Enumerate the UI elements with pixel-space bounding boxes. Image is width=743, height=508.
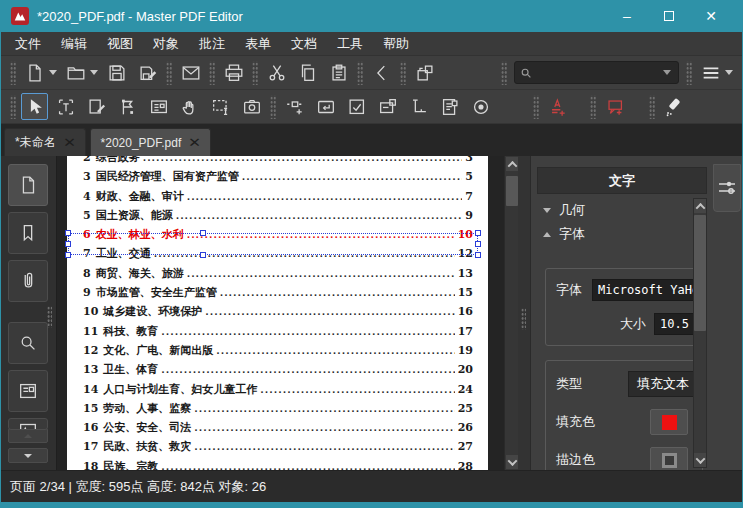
sidebar-scroll-up-button[interactable]	[8, 428, 48, 443]
go-back-button[interactable]	[368, 59, 395, 86]
stroke-color-button[interactable]	[650, 447, 688, 470]
minimize-button[interactable]: –	[606, 2, 648, 30]
cut-button[interactable]	[263, 59, 290, 86]
menu-2[interactable]: 编辑	[51, 32, 97, 56]
open-file-button[interactable]	[62, 59, 89, 86]
toolbar-grip[interactable]	[166, 61, 172, 85]
menu-4[interactable]: 对象	[143, 32, 189, 56]
toolbar-grip[interactable]	[270, 95, 276, 119]
section-geometry[interactable]: 几何	[537, 198, 693, 222]
menu-8[interactable]: 工具	[327, 32, 373, 56]
paste-button[interactable]	[325, 59, 352, 86]
combo-box-button[interactable]	[374, 93, 401, 120]
maximize-button[interactable]	[648, 2, 690, 30]
edit-text-button[interactable]	[52, 93, 79, 120]
search-input[interactable]	[533, 66, 664, 80]
document-tab-2[interactable]: *2020_PDF.pdf✕	[90, 128, 212, 156]
menu-6[interactable]: 表单	[235, 32, 281, 56]
save-button[interactable]	[103, 59, 130, 86]
toc-row[interactable]: 14人口与计划生育、妇女儿童工作24	[67, 382, 488, 401]
close-button[interactable]: ✕	[690, 2, 732, 30]
scrollbar-thumb[interactable]	[506, 176, 518, 206]
toc-row[interactable]: 16公安、安全、司法26	[67, 420, 488, 439]
checkbox-button[interactable]	[343, 93, 370, 120]
toolbar-grip[interactable]	[686, 61, 692, 85]
radio-button-button[interactable]	[467, 93, 494, 120]
toolbar-grip[interactable]	[501, 61, 507, 85]
properties-toggle-tab[interactable]	[713, 164, 741, 212]
hand-pan-button[interactable]	[176, 93, 203, 120]
document-viewport[interactable]: 2综合政务33国民经济管理、国有资产监管54财政、金融、审计75国土资源、能源9…	[57, 156, 504, 470]
toc-row[interactable]: 5国土资源、能源9	[67, 208, 488, 227]
copy-button[interactable]	[294, 59, 321, 86]
main-menu-button[interactable]	[697, 59, 724, 86]
toc-row[interactable]: 4财政、金融、审计7	[67, 189, 488, 208]
toc-row[interactable]: 17民政、扶贫、救灾27	[67, 439, 488, 458]
print-button[interactable]	[220, 59, 247, 86]
page-arrange-button[interactable]	[411, 59, 438, 86]
panel-scroll-down-button[interactable]	[694, 453, 706, 467]
toolbar-grip[interactable]	[10, 61, 16, 85]
toc-row[interactable]: 12文化、广电、新闻出版19	[67, 343, 488, 362]
sidebar-search-panel-button[interactable]	[8, 322, 48, 364]
sidebar-signature-button[interactable]	[8, 418, 48, 430]
tab-close-icon[interactable]: ✕	[63, 135, 76, 150]
add-text-annotation-button[interactable]	[544, 93, 571, 120]
toolbar-grip[interactable]	[649, 95, 655, 119]
toc-row[interactable]: 8商贸、海关、旅游13	[67, 266, 488, 285]
toc-row[interactable]: 18民族、宗教28	[67, 459, 488, 470]
toc-row[interactable]: 10城乡建设、环境保护16	[67, 304, 488, 323]
search-box[interactable]	[514, 61, 679, 84]
font-family-input[interactable]: Microsoft YaHei	[592, 279, 696, 301]
sidebar-form-fields-button[interactable]	[8, 370, 48, 412]
menu-5[interactable]: 批注	[189, 32, 235, 56]
add-comment-button[interactable]	[601, 93, 628, 120]
form-properties-button[interactable]	[145, 93, 172, 120]
panel-scrollbar[interactable]	[693, 198, 707, 468]
type-select[interactable]: 填充文本	[628, 371, 696, 397]
panel-scroll-up-button[interactable]	[694, 199, 706, 213]
section-font[interactable]: 字体	[537, 222, 693, 246]
panel-splitter[interactable]	[518, 156, 530, 470]
menu-7[interactable]: 文档	[281, 32, 327, 56]
toolbar-grip[interactable]	[590, 95, 596, 119]
dropdown-arrow-icon[interactable]	[725, 70, 733, 75]
toc-row[interactable]: 3国民经济管理、国有资产监管5	[67, 169, 488, 188]
tab-close-icon[interactable]: ✕	[188, 135, 201, 150]
toc-row[interactable]: 11科技、教育17	[67, 324, 488, 343]
select-button[interactable]	[21, 93, 48, 120]
scroll-down-button[interactable]	[506, 455, 518, 469]
panel-splitter-handle[interactable]	[521, 308, 526, 330]
document-tab-1[interactable]: *未命名✕	[4, 128, 86, 156]
text-baseline-button[interactable]	[405, 93, 432, 120]
toolbar-grip[interactable]	[252, 61, 258, 85]
toc-row-selected[interactable]: 6农业、林业、水利10	[67, 227, 488, 246]
new-document-button[interactable]	[21, 59, 48, 86]
sidebar-page-thumbnails-button[interactable]	[8, 164, 48, 206]
sidebar-scroll-down-button[interactable]	[8, 448, 48, 463]
toc-row[interactable]: 9市场监管、安全生产监管15	[67, 285, 488, 304]
toc-row[interactable]: 7工业、交通12	[67, 246, 488, 265]
sidebar-attachments-button[interactable]	[8, 260, 48, 302]
menu-3[interactable]: 视图	[97, 32, 143, 56]
toc-row[interactable]: 2综合政务3	[67, 156, 488, 169]
scroll-up-button[interactable]	[506, 157, 518, 171]
highlighter-button[interactable]	[660, 93, 687, 120]
sidebar-bookmarks-button[interactable]	[8, 212, 48, 254]
dropdown-arrow-icon[interactable]	[49, 70, 57, 75]
text-field-button[interactable]	[312, 93, 339, 120]
dropdown-arrow-icon[interactable]	[90, 70, 98, 75]
link-button[interactable]	[281, 93, 308, 120]
panel-scrollbar-thumb[interactable]	[694, 215, 706, 331]
snapshot-button[interactable]	[238, 93, 265, 120]
edit-forms-button[interactable]	[114, 93, 141, 120]
email-button[interactable]	[177, 59, 204, 86]
fill-color-button[interactable]	[650, 409, 688, 435]
toc-row[interactable]: 15劳动、人事、监察25	[67, 401, 488, 420]
select-area-button[interactable]	[207, 93, 234, 120]
document-scrollbar[interactable]	[504, 156, 518, 470]
toc-row[interactable]: 13卫生、体育20	[67, 362, 488, 381]
toolbar-grip[interactable]	[10, 95, 16, 119]
toolbar-grip[interactable]	[357, 61, 363, 85]
list-box-button[interactable]	[436, 93, 463, 120]
